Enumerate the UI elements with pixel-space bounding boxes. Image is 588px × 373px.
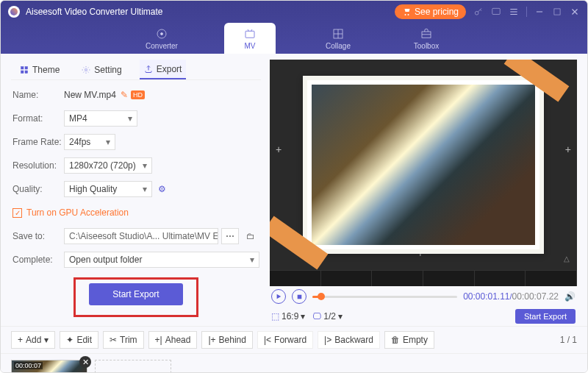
caret-down-icon: ▾ bbox=[250, 255, 254, 265]
play-icon bbox=[276, 294, 282, 299]
svg-rect-9 bbox=[25, 66, 28, 69]
maximize-button[interactable] bbox=[552, 7, 562, 17]
preview-panel: + + + △ 00:00:01.11/00: bbox=[270, 60, 577, 326]
menu-icon[interactable] bbox=[509, 7, 519, 17]
nav-converter[interactable]: Converter bbox=[136, 23, 187, 54]
timeline[interactable] bbox=[270, 270, 577, 286]
resolution-select[interactable]: 1280x720 (720p)▾ bbox=[64, 157, 152, 174]
nav-collage[interactable]: Collage bbox=[312, 23, 364, 54]
add-button[interactable]: +Add▾ bbox=[11, 331, 55, 349]
export-panel: Theme Setting Export Name: New MV.mp4 ✎ … bbox=[11, 60, 261, 326]
play-button[interactable] bbox=[271, 289, 286, 304]
quality-select[interactable]: High Quality▾ bbox=[64, 181, 152, 197]
page-indicator: 1 / 1 bbox=[560, 335, 577, 345]
framerate-label: Frame Rate: bbox=[12, 137, 64, 147]
tab-theme[interactable]: Theme bbox=[15, 60, 64, 79]
main-nav: Converter MV Collage Toolbox bbox=[1, 23, 587, 54]
aspect-select[interactable]: ⬚16:9▾ bbox=[271, 311, 305, 322]
export-icon bbox=[144, 65, 153, 74]
volume-icon[interactable]: 🔊 bbox=[564, 291, 576, 302]
key-icon[interactable] bbox=[473, 7, 484, 17]
trim-button[interactable]: ✂Trim bbox=[103, 331, 144, 349]
svg-rect-5 bbox=[245, 31, 254, 38]
empty-button[interactable]: 🗑Empty bbox=[384, 331, 434, 349]
titlebar: Aiseesoft Video Converter Ultimate See p… bbox=[1, 1, 587, 54]
format-select[interactable]: MP4▾ bbox=[64, 110, 137, 127]
name-value: New MV.mp4 bbox=[64, 90, 116, 100]
progress-bar[interactable] bbox=[312, 296, 457, 298]
remove-clip-icon[interactable]: ✕ bbox=[79, 356, 91, 368]
forward-icon: |< bbox=[264, 335, 271, 345]
name-label: Name: bbox=[12, 90, 64, 100]
forward-button[interactable]: |<Forward bbox=[257, 331, 313, 349]
svg-rect-8 bbox=[21, 66, 24, 69]
caret-down-icon: ▾ bbox=[143, 184, 147, 194]
edit-name-icon[interactable]: ✎ bbox=[121, 90, 128, 100]
quality-label: Quality: bbox=[12, 184, 64, 194]
minimize-button[interactable] bbox=[534, 7, 545, 17]
ahead-button[interactable]: +|Ahead bbox=[148, 331, 198, 349]
grid-icon bbox=[20, 65, 29, 74]
app-window: Aiseesoft Video Converter Ultimate See p… bbox=[0, 0, 588, 373]
add-clip-button[interactable]: + bbox=[95, 360, 171, 373]
clip-toolbar: +Add▾ ✦Edit ✂Trim +|Ahead |+Behind |<For… bbox=[1, 326, 587, 354]
framerate-select[interactable]: 24fps▾ bbox=[64, 134, 115, 150]
toolbox-icon bbox=[420, 27, 433, 40]
nav-mv[interactable]: MV bbox=[224, 23, 276, 54]
start-export-button-2[interactable]: Start Export bbox=[515, 309, 576, 324]
preview-frame bbox=[303, 76, 544, 254]
nav-toolbox[interactable]: Toolbox bbox=[401, 23, 452, 54]
caret-down-icon: ▾ bbox=[106, 137, 110, 147]
gpu-checkbox[interactable]: ✓ Turn on GPU Acceleration bbox=[12, 207, 129, 218]
caret-down-icon: ▾ bbox=[143, 160, 147, 171]
tab-setting[interactable]: Setting bbox=[77, 60, 126, 79]
svg-rect-2 bbox=[554, 9, 560, 15]
svg-rect-10 bbox=[21, 71, 24, 74]
gear-icon bbox=[82, 65, 90, 74]
ahead-icon: +| bbox=[155, 335, 162, 345]
svg-point-0 bbox=[475, 11, 478, 15]
close-button[interactable] bbox=[570, 7, 580, 17]
backward-icon: |> bbox=[324, 335, 331, 345]
plus-icon: + bbox=[18, 335, 23, 345]
clip-duration: 00:00:07 bbox=[14, 362, 43, 369]
marker-icon: + bbox=[565, 143, 571, 155]
wand-icon: ✦ bbox=[66, 335, 74, 345]
svg-point-12 bbox=[85, 68, 87, 71]
collage-icon bbox=[331, 27, 345, 40]
trash-icon: 🗑 bbox=[391, 335, 400, 345]
complete-select[interactable]: Open output folder▾ bbox=[64, 252, 259, 268]
converter-icon bbox=[155, 27, 168, 40]
svg-rect-11 bbox=[25, 71, 28, 74]
caret-down-icon: ▾ bbox=[128, 113, 132, 124]
backward-button[interactable]: |>Backward bbox=[318, 331, 380, 349]
complete-label: Complete: bbox=[12, 255, 64, 265]
app-logo-icon bbox=[8, 6, 20, 18]
feedback-icon[interactable] bbox=[491, 7, 501, 17]
tab-export[interactable]: Export bbox=[140, 60, 187, 79]
behind-button[interactable]: |+Behind bbox=[201, 331, 253, 349]
resolution-label: Resolution: bbox=[12, 160, 64, 171]
marker-icon: + bbox=[276, 143, 282, 155]
app-title: Aiseesoft Video Converter Ultimate bbox=[26, 7, 163, 17]
time-display: 00:00:01.11/00:00:07.22 bbox=[463, 291, 559, 302]
hd-badge: HD bbox=[131, 90, 145, 99]
svg-rect-13 bbox=[297, 294, 301, 299]
edit-button[interactable]: ✦Edit bbox=[60, 331, 98, 349]
cart-icon bbox=[402, 7, 411, 16]
stop-button[interactable] bbox=[292, 289, 306, 304]
open-folder-icon[interactable]: 🗀 bbox=[242, 228, 259, 244]
clip-thumbnail[interactable]: 00:00:07 ✕ ▷🔇✦✂ bbox=[11, 360, 87, 373]
svg-point-4 bbox=[161, 32, 163, 35]
behind-icon: |+ bbox=[208, 335, 215, 345]
quality-settings-icon[interactable]: ⚙ bbox=[158, 184, 166, 194]
saveto-path[interactable]: C:\Aiseesoft Studio\A... Ultimate\MV Exp… bbox=[64, 228, 218, 244]
format-label: Format: bbox=[12, 113, 64, 124]
svg-rect-1 bbox=[492, 8, 501, 14]
video-preview[interactable]: + + + △ bbox=[270, 60, 577, 270]
browse-button[interactable]: ⋯ bbox=[221, 228, 239, 244]
saveto-label: Save to: bbox=[12, 231, 64, 241]
stop-icon bbox=[297, 294, 302, 299]
frame-nav-select[interactable]: 🖵1/2▾ bbox=[312, 311, 343, 322]
see-pricing-button[interactable]: See pricing bbox=[395, 4, 466, 19]
